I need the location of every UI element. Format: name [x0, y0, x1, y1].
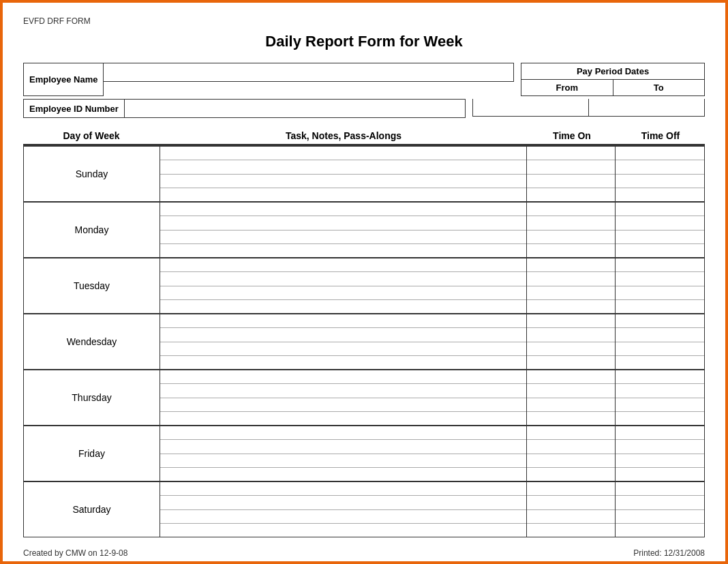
time-line[interactable] — [616, 314, 704, 328]
task-line[interactable] — [160, 175, 526, 188]
time-line[interactable] — [616, 496, 704, 509]
time-line[interactable] — [527, 188, 615, 201]
time-line[interactable] — [616, 412, 704, 425]
employee-id-input[interactable] — [125, 99, 466, 118]
time-line[interactable] — [616, 272, 704, 286]
task-line[interactable] — [160, 440, 526, 454]
task-line[interactable] — [160, 356, 526, 369]
time-line[interactable] — [527, 468, 615, 481]
header-label: EVFD DRF FORM — [23, 16, 705, 26]
time-line[interactable] — [616, 482, 704, 496]
time-line[interactable] — [527, 300, 615, 313]
employee-name-input[interactable] — [104, 63, 514, 82]
time-line[interactable] — [527, 258, 615, 272]
time-line[interactable] — [527, 398, 615, 412]
time-line[interactable] — [616, 328, 704, 342]
task-line[interactable] — [160, 454, 526, 468]
time-line[interactable] — [527, 160, 615, 174]
task-line[interactable] — [160, 342, 526, 356]
task-line[interactable] — [160, 258, 526, 272]
task-line[interactable] — [160, 314, 526, 328]
task-line[interactable] — [160, 231, 526, 244]
time-line[interactable] — [616, 203, 704, 216]
pay-period-inputs — [472, 99, 705, 117]
time-line[interactable] — [527, 440, 615, 454]
task-line[interactable] — [160, 188, 526, 201]
task-line[interactable] — [160, 272, 526, 286]
task-line[interactable] — [160, 384, 526, 398]
time-line[interactable] — [616, 175, 704, 188]
task-line[interactable] — [160, 216, 526, 230]
time-line[interactable] — [527, 370, 615, 384]
task-line[interactable] — [160, 147, 526, 160]
time-line[interactable] — [527, 231, 615, 244]
time-line[interactable] — [527, 384, 615, 398]
task-line[interactable] — [160, 412, 526, 425]
time-line[interactable] — [616, 384, 704, 398]
time-line[interactable] — [616, 356, 704, 369]
time-line[interactable] — [527, 524, 615, 537]
timeoff-cell-sunday — [616, 147, 704, 201]
time-line[interactable] — [616, 244, 704, 257]
day-name-tuesday: Tuesday — [24, 258, 160, 313]
task-line[interactable] — [160, 482, 526, 496]
task-line[interactable] — [160, 426, 526, 440]
time-line[interactable] — [616, 160, 704, 174]
task-line[interactable] — [160, 160, 526, 174]
time-line[interactable] — [527, 314, 615, 328]
time-line[interactable] — [527, 244, 615, 257]
task-line[interactable] — [160, 203, 526, 216]
task-line[interactable] — [160, 398, 526, 412]
employee-name-label: Employee Name — [23, 63, 104, 96]
time-line[interactable] — [616, 258, 704, 272]
time-line[interactable] — [527, 286, 615, 300]
data-table: Sunday — [23, 145, 705, 537]
time-line[interactable] — [616, 188, 704, 201]
time-line[interactable] — [616, 342, 704, 356]
day-name-monday: Monday — [24, 203, 160, 257]
time-line[interactable] — [527, 482, 615, 496]
time-line[interactable] — [616, 216, 704, 230]
day-name-sunday: Sunday — [24, 147, 160, 201]
time-line[interactable] — [616, 231, 704, 244]
task-line[interactable] — [160, 496, 526, 509]
time-line[interactable] — [527, 454, 615, 468]
time-line[interactable] — [527, 328, 615, 342]
pay-period-to-input[interactable] — [589, 99, 705, 117]
pay-period-from-input[interactable] — [472, 99, 589, 117]
task-line[interactable] — [160, 244, 526, 257]
time-line[interactable] — [616, 147, 704, 160]
time-line[interactable] — [616, 524, 704, 537]
task-line[interactable] — [160, 510, 526, 524]
time-line[interactable] — [616, 286, 704, 300]
task-line[interactable] — [160, 300, 526, 313]
time-line[interactable] — [616, 300, 704, 313]
task-cell-tuesday — [160, 258, 527, 313]
time-line[interactable] — [616, 370, 704, 384]
time-line[interactable] — [527, 203, 615, 216]
task-line[interactable] — [160, 468, 526, 481]
time-line[interactable] — [527, 342, 615, 356]
time-line[interactable] — [616, 510, 704, 524]
time-line[interactable] — [527, 356, 615, 369]
top-row2: Employee ID Number — [23, 99, 705, 118]
task-line[interactable] — [160, 286, 526, 300]
time-line[interactable] — [616, 426, 704, 440]
time-line[interactable] — [527, 175, 615, 188]
task-line[interactable] — [160, 370, 526, 384]
time-line[interactable] — [527, 510, 615, 524]
day-name-wednesday: Wendesday — [24, 314, 160, 369]
time-line[interactable] — [616, 454, 704, 468]
time-line[interactable] — [527, 147, 615, 160]
time-line[interactable] — [616, 440, 704, 454]
time-line[interactable] — [527, 272, 615, 286]
timeon-cell-sunday — [527, 147, 616, 201]
time-line[interactable] — [527, 412, 615, 425]
time-line[interactable] — [527, 216, 615, 230]
time-line[interactable] — [616, 398, 704, 412]
task-line[interactable] — [160, 328, 526, 342]
time-line[interactable] — [527, 426, 615, 440]
task-line[interactable] — [160, 524, 526, 537]
time-line[interactable] — [616, 468, 704, 481]
time-line[interactable] — [527, 496, 615, 509]
